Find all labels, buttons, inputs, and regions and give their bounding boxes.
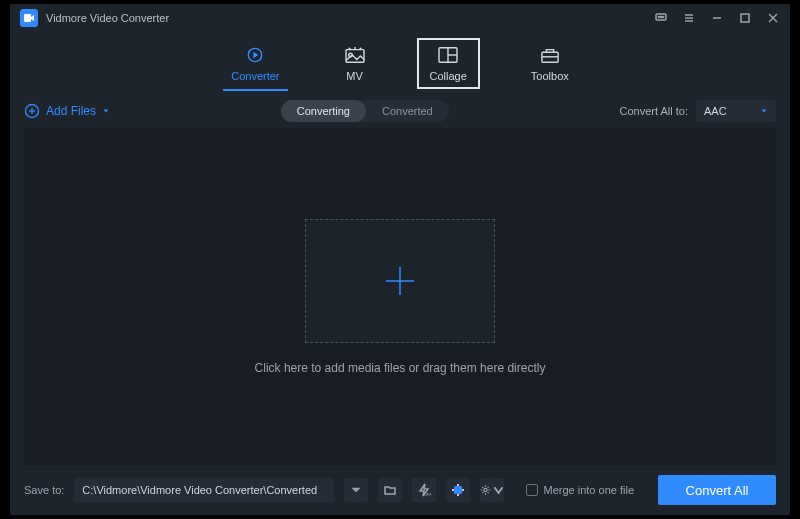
main-panel: Click here to add media files or drag th… [24, 128, 776, 465]
title-bar: Vidmore Video Converter [10, 4, 790, 32]
dropzone-hint: Click here to add media files or drag th… [255, 361, 546, 375]
tab-label: Collage [430, 70, 467, 82]
svg-point-34 [484, 488, 487, 491]
app-title: Vidmore Video Converter [46, 12, 169, 24]
svg-point-3 [660, 16, 661, 17]
toolbar: Add Files Converting Converted Convert A… [10, 94, 790, 128]
tab-label: MV [346, 70, 363, 82]
close-icon[interactable] [766, 11, 780, 25]
svg-point-2 [658, 16, 659, 17]
svg-point-4 [662, 16, 663, 17]
settings-button[interactable] [480, 478, 504, 502]
chevron-down-icon [760, 107, 768, 115]
convert-all-to-label: Convert All to: [620, 105, 688, 117]
format-value: AAC [704, 105, 727, 117]
svg-rect-29 [454, 486, 462, 494]
svg-text:OFF: OFF [424, 492, 431, 497]
collage-icon [437, 45, 459, 65]
hw-accel-button[interactable] [446, 478, 470, 502]
format-select[interactable]: AAC [696, 100, 776, 122]
menu-icon[interactable] [682, 11, 696, 25]
pill-converted[interactable]: Converted [366, 100, 449, 122]
svg-rect-9 [741, 14, 749, 22]
app-logo-icon [20, 9, 38, 27]
tab-mv[interactable]: MV [336, 43, 374, 84]
add-files-button[interactable]: Add Files [24, 103, 110, 119]
window-controls [654, 11, 780, 25]
status-pills: Converting Converted [281, 100, 449, 122]
tab-collage[interactable]: Collage [422, 43, 475, 84]
convert-all-button[interactable]: Convert All [658, 475, 776, 505]
convert-all-to-group: Convert All to: AAC [620, 100, 776, 122]
converter-icon [244, 45, 266, 65]
save-path-value: C:\Vidmore\Vidmore Video Converter\Conve… [82, 484, 317, 496]
maximize-icon[interactable] [738, 11, 752, 25]
checkbox-box [526, 484, 538, 496]
save-to-label: Save to: [24, 484, 64, 496]
plus-icon [383, 264, 417, 298]
open-folder-button[interactable] [378, 478, 402, 502]
merge-checkbox[interactable]: Merge into one file [526, 484, 635, 496]
svg-rect-0 [24, 14, 31, 22]
minimize-icon[interactable] [710, 11, 724, 25]
tab-toolbox[interactable]: Toolbox [523, 43, 577, 84]
path-dropdown-button[interactable] [344, 478, 368, 502]
toolbox-icon [539, 45, 561, 65]
dropzone[interactable] [305, 219, 495, 343]
feedback-icon[interactable] [654, 11, 668, 25]
merge-label: Merge into one file [544, 484, 635, 496]
tab-converter[interactable]: Converter [223, 43, 287, 84]
chevron-down-icon [102, 107, 110, 115]
main-tabs: Converter MV Collage Toolbox [10, 32, 790, 94]
tab-label: Converter [231, 70, 279, 82]
lightning-button[interactable]: OFF [412, 478, 436, 502]
add-files-label: Add Files [46, 104, 96, 118]
app-window: Vidmore Video Converter Converter MV Col… [10, 4, 790, 515]
mv-icon [344, 45, 366, 65]
bottom-bar: Save to: C:\Vidmore\Vidmore Video Conver… [10, 465, 790, 515]
save-path-input[interactable]: C:\Vidmore\Vidmore Video Converter\Conve… [74, 478, 334, 502]
pill-converting[interactable]: Converting [281, 100, 366, 122]
tab-label: Toolbox [531, 70, 569, 82]
